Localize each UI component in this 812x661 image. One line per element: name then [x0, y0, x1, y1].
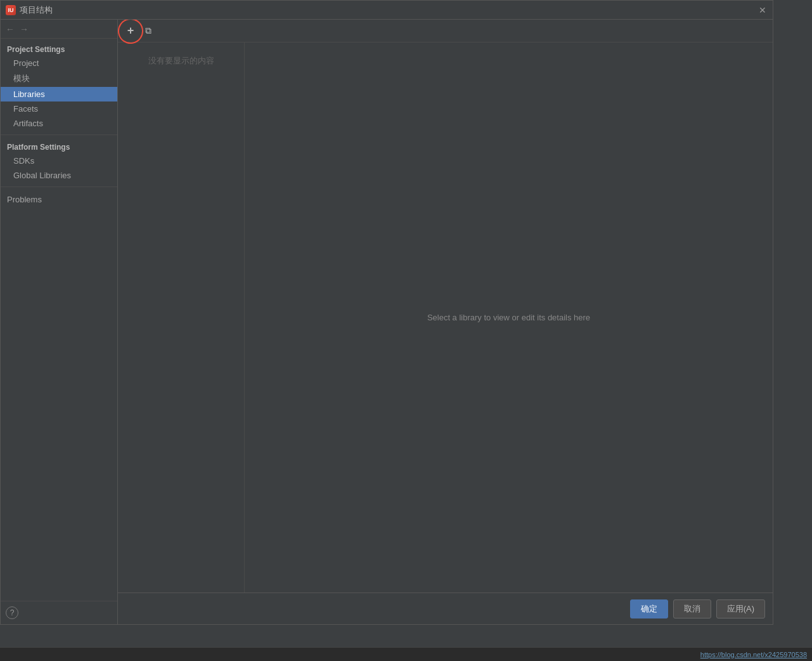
back-arrow[interactable]: ← — [6, 24, 15, 34]
toolbar: + ⧉ — [118, 20, 773, 43]
sidebar-divider-2 — [1, 187, 117, 187]
title-bar: IU 项目结构 ✕ — [1, 1, 773, 20]
project-structure-dialog: IU 项目结构 ✕ ← → Project Settings Project 模… — [0, 0, 773, 625]
apply-button[interactable]: 应用(A) — [716, 599, 765, 618]
sidebar-item-facets[interactable]: Facets — [1, 101, 117, 116]
sidebar-item-libraries[interactable]: Libraries — [1, 87, 117, 101]
content-area: 没有要显示的内容 Select a library to view or edi… — [118, 43, 773, 592]
cancel-button[interactable]: 取消 — [673, 599, 711, 618]
help-button[interactable]: ? — [6, 606, 18, 619]
status-link[interactable]: https://blog.csdn.net/x2425970538 — [700, 651, 807, 658]
title-bar-left: IU 项目结构 — [6, 4, 53, 16]
copy-library-button[interactable]: ⧉ — [141, 23, 156, 39]
sidebar-item-global-libraries[interactable]: Global Libraries — [1, 168, 117, 183]
copy-icon: ⧉ — [145, 25, 151, 36]
sidebar-nav: Project Settings Project 模块 Libraries Fa… — [1, 39, 117, 601]
status-bar: https://blog.csdn.net/x2425970538 — [0, 647, 812, 661]
sidebar-divider-1 — [1, 134, 117, 135]
window-title: 项目结构 — [20, 4, 53, 16]
bottom-bar: 确定 取消 应用(A) — [118, 592, 773, 624]
forward-arrow[interactable]: → — [20, 24, 29, 34]
library-detail-pane: Select a library to view or edit its det… — [245, 43, 773, 592]
add-button-wrapper: + — [123, 23, 138, 39]
add-library-button[interactable]: + — [123, 23, 138, 39]
sidebar-item-module[interactable]: 模块 — [1, 70, 117, 87]
sidebar-footer: ? — [1, 601, 117, 624]
sidebar: ← → Project Settings Project 模块 Librarie… — [1, 20, 118, 624]
no-content-text: 没有要显示的内容 — [148, 55, 214, 67]
select-library-hint: Select a library to view or edit its det… — [427, 313, 590, 322]
main-content: ← → Project Settings Project 模块 Librarie… — [1, 20, 773, 624]
library-list-pane: 没有要显示的内容 — [118, 43, 245, 592]
project-settings-header: Project Settings — [1, 41, 117, 56]
nav-bar: ← → — [1, 20, 117, 39]
platform-settings-header: Platform Settings — [1, 139, 117, 154]
app-icon: IU — [6, 5, 16, 15]
close-button[interactable]: ✕ — [757, 5, 768, 15]
ok-button[interactable]: 确定 — [630, 599, 668, 618]
right-panel: + ⧉ 没有要显示的内容 Select a library to view or… — [118, 20, 773, 624]
sidebar-item-project[interactable]: Project — [1, 56, 117, 70]
sidebar-item-artifacts[interactable]: Artifacts — [1, 116, 117, 131]
sidebar-item-sdks[interactable]: SDKs — [1, 154, 117, 168]
sidebar-item-problems[interactable]: Problems — [1, 191, 117, 208]
